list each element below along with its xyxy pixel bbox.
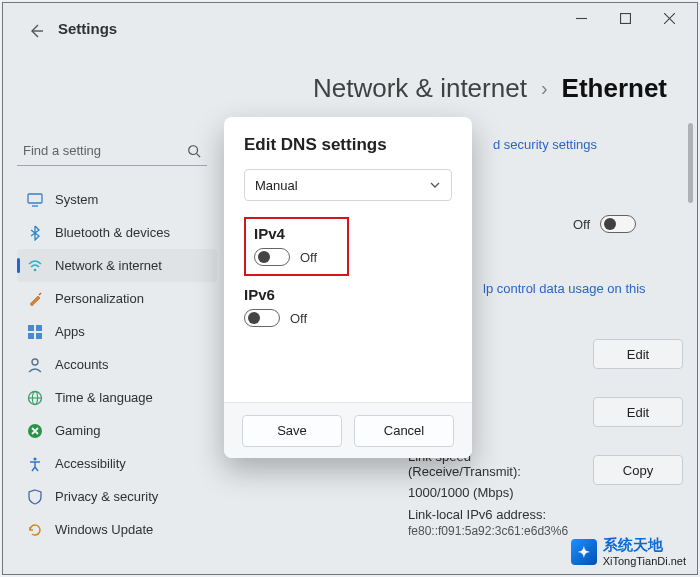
dropdown-value: Manual [255, 178, 298, 193]
breadcrumb-current: Ethernet [562, 73, 667, 104]
search-input[interactable]: Find a setting [17, 136, 207, 166]
sidebar-item-label: Accounts [55, 357, 108, 372]
app-title: Settings [58, 20, 117, 37]
svg-rect-13 [36, 333, 42, 339]
watermark-domain: XiTongTianDi.net [603, 555, 686, 567]
sidebar-item-label: Time & language [55, 390, 153, 405]
dns-mode-dropdown[interactable]: Manual [244, 169, 452, 201]
search-icon [187, 144, 201, 158]
link-local-ipv6-value: fe80::f091:5a92:3c61:e6d3%6 [408, 524, 568, 538]
sidebar-item-label: Privacy & security [55, 489, 158, 504]
ipv6-title: IPv6 [244, 286, 452, 303]
user-icon [27, 357, 43, 373]
bluetooth-icon [27, 225, 43, 241]
ipv4-title: IPv4 [254, 225, 339, 242]
accessibility-icon [27, 456, 43, 472]
apps-icon [27, 324, 43, 340]
window-controls [571, 3, 697, 33]
ipv4-toggle[interactable] [254, 248, 290, 266]
metered-toggle-row: Off [573, 215, 636, 233]
breadcrumb: Network & internet › Ethernet [313, 73, 667, 104]
sidebar-item-label: Gaming [55, 423, 101, 438]
svg-rect-11 [36, 325, 42, 331]
sidebar-item-label: Personalization [55, 291, 144, 306]
toggle-switch[interactable] [600, 215, 636, 233]
sidebar-item-update[interactable]: Windows Update [17, 513, 217, 546]
ipv6-toggle[interactable] [244, 309, 280, 327]
edit-button[interactable]: Edit [593, 397, 683, 427]
security-link-fragment[interactable]: d security settings [493, 137, 597, 152]
sidebar-item-personalization[interactable]: Personalization [17, 282, 217, 315]
sidebar-item-accessibility[interactable]: Accessibility [17, 447, 217, 480]
svg-point-19 [33, 457, 36, 460]
svg-point-14 [32, 359, 38, 365]
search-placeholder: Find a setting [23, 143, 187, 158]
maximize-button[interactable] [615, 8, 635, 28]
edit-dns-dialog: Edit DNS settings Manual IPv4 Off IPv6 O… [224, 117, 472, 458]
wifi-icon [27, 258, 43, 274]
sidebar-item-apps[interactable]: Apps [17, 315, 217, 348]
sidebar-item-gaming[interactable]: Gaming [17, 414, 217, 447]
back-button[interactable] [28, 23, 44, 39]
svg-point-5 [189, 145, 198, 154]
svg-rect-12 [28, 333, 34, 339]
sidebar-item-label: Apps [55, 324, 85, 339]
chevron-right-icon: › [541, 77, 548, 100]
sidebar: System Bluetooth & devices Network & int… [17, 183, 217, 546]
scrollbar-thumb[interactable] [688, 123, 693, 203]
link-local-ipv6-label: Link-local IPv6 address: [408, 507, 546, 522]
edit-button[interactable]: Edit [593, 339, 683, 369]
watermark: ✦ 系统天地 XiTongTianDi.net [571, 536, 686, 567]
dialog-footer: Save Cancel [224, 402, 472, 458]
sidebar-item-time[interactable]: Time & language [17, 381, 217, 414]
sidebar-item-bluetooth[interactable]: Bluetooth & devices [17, 216, 217, 249]
link-speed-value: 1000/1000 (Mbps) [408, 485, 514, 500]
ipv4-state: Off [300, 250, 317, 265]
sidebar-item-system[interactable]: System [17, 183, 217, 216]
sidebar-item-privacy[interactable]: Privacy & security [17, 480, 217, 513]
copy-button[interactable]: Copy [593, 455, 683, 485]
minimize-button[interactable] [571, 8, 591, 28]
dialog-title: Edit DNS settings [244, 135, 452, 155]
svg-rect-1 [620, 13, 630, 23]
svg-point-9 [34, 268, 37, 271]
chevron-down-icon [429, 179, 441, 191]
sidebar-item-label: System [55, 192, 98, 207]
sidebar-item-label: Windows Update [55, 522, 153, 537]
sidebar-item-accounts[interactable]: Accounts [17, 348, 217, 381]
watermark-logo-icon: ✦ [571, 539, 597, 565]
sidebar-item-network[interactable]: Network & internet [17, 249, 217, 282]
breadcrumb-parent[interactable]: Network & internet [313, 73, 527, 104]
close-button[interactable] [659, 8, 679, 28]
update-icon [27, 522, 43, 538]
svg-rect-10 [28, 325, 34, 331]
cancel-button[interactable]: Cancel [354, 415, 454, 447]
shield-icon [27, 489, 43, 505]
svg-line-6 [197, 153, 201, 157]
gaming-icon [27, 423, 43, 439]
sidebar-item-label: Network & internet [55, 258, 162, 273]
paint-icon [27, 291, 43, 307]
data-usage-text-fragment: lp control data usage on this [483, 281, 646, 296]
display-icon [27, 192, 43, 208]
globe-icon [27, 390, 43, 406]
svg-rect-7 [28, 194, 42, 203]
save-button[interactable]: Save [242, 415, 342, 447]
sidebar-item-label: Accessibility [55, 456, 126, 471]
ipv4-highlight-box: IPv4 Off [244, 217, 349, 276]
watermark-text: 系统天地 [603, 536, 686, 555]
toggle-label: Off [573, 217, 590, 232]
sidebar-item-label: Bluetooth & devices [55, 225, 170, 240]
ipv6-state: Off [290, 311, 307, 326]
